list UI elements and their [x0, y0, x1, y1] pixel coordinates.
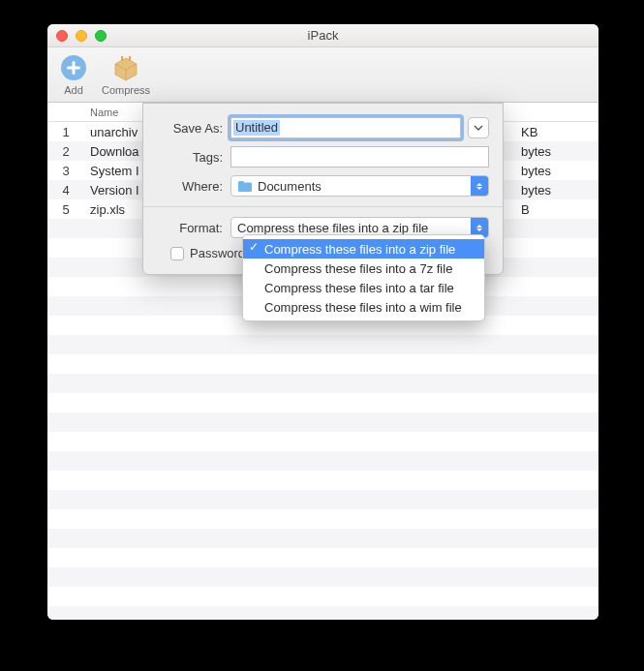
format-label: Format:	[157, 221, 230, 235]
empty-row	[47, 529, 598, 548]
empty-row	[47, 567, 598, 587]
folder-icon	[237, 180, 253, 193]
row-size: bytes	[521, 183, 598, 198]
compress-button[interactable]: Compress	[102, 53, 150, 96]
save-as-label: Save As:	[157, 121, 230, 136]
row-index: 5	[47, 202, 84, 217]
empty-row	[47, 606, 598, 620]
empty-row	[47, 548, 598, 567]
plus-circle-icon	[59, 53, 88, 82]
empty-row	[47, 393, 598, 412]
format-option[interactable]: Compress these files into a tar file	[243, 278, 484, 297]
titlebar: iPack	[47, 24, 598, 47]
empty-row	[47, 490, 598, 509]
box-icon	[111, 53, 140, 82]
empty-row	[47, 451, 598, 471]
chevron-down-icon	[474, 123, 483, 133]
row-index: 3	[47, 164, 84, 178]
add-label: Add	[64, 84, 83, 96]
where-popup[interactable]: Documents	[230, 175, 489, 197]
row-size: bytes	[521, 144, 598, 159]
tags-input[interactable]	[230, 146, 489, 168]
empty-row	[47, 509, 598, 529]
format-dropdown: Compress these files into a zip fileComp…	[242, 234, 485, 321]
empty-row	[47, 471, 598, 490]
save-as-row: Save As: Untitled	[157, 117, 489, 138]
divider	[143, 206, 503, 207]
empty-row	[47, 374, 598, 393]
expand-save-button[interactable]	[468, 117, 489, 138]
empty-row	[47, 354, 598, 374]
tags-label: Tags:	[157, 150, 230, 165]
row-index: 2	[47, 144, 84, 159]
row-size: B	[521, 202, 598, 217]
row-size: bytes	[521, 164, 598, 178]
where-value: Documents	[258, 179, 322, 194]
format-option[interactable]: Compress these files into a 7z file	[243, 259, 484, 278]
empty-row	[47, 587, 598, 606]
tags-row: Tags:	[157, 146, 489, 168]
row-index: 1	[47, 125, 84, 139]
compress-label: Compress	[102, 84, 150, 96]
toolbar: Add Compress	[47, 47, 598, 103]
empty-row	[47, 412, 598, 432]
row-size: KB	[521, 125, 598, 139]
popup-arrows-icon	[471, 176, 488, 196]
where-label: Where:	[157, 179, 230, 194]
empty-row	[47, 432, 598, 451]
save-sheet: Save As: Untitled Tags: Where: Documents	[142, 103, 504, 275]
where-row: Where: Documents	[157, 175, 489, 197]
password-checkbox[interactable]	[170, 247, 184, 260]
row-index: 4	[47, 183, 84, 198]
svg-rect-2	[67, 67, 80, 70]
window-title: iPack	[47, 28, 598, 43]
add-button[interactable]: Add	[59, 53, 88, 96]
password-label: Password:	[190, 246, 249, 260]
empty-row	[47, 335, 598, 354]
format-option[interactable]: Compress these files into a zip file	[243, 239, 484, 259]
format-value: Compress these files into a zip file	[237, 221, 428, 235]
save-as-selection: Untitled	[233, 120, 280, 136]
format-option[interactable]: Compress these files into a wim file	[243, 297, 484, 317]
